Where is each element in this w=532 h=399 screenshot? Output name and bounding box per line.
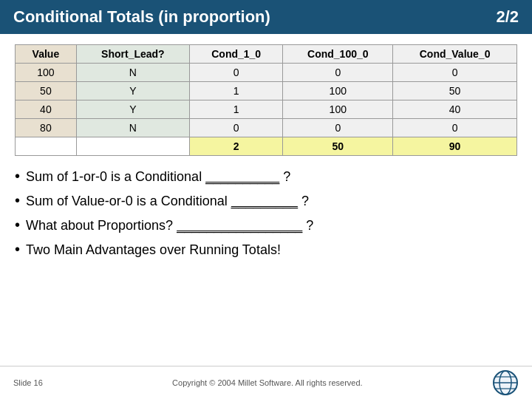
col-header-value: Value <box>16 45 77 64</box>
table-cell: 40 <box>393 100 517 119</box>
table-cell: 0 <box>393 64 517 82</box>
bullet-dot: • <box>15 241 20 258</box>
table-row: 80N000 <box>16 119 517 137</box>
globe-icon <box>492 369 519 396</box>
table-cell: 100 <box>283 82 393 100</box>
table-cell: 0 <box>190 119 283 137</box>
table-cell: N <box>76 64 189 82</box>
slide-page: 2/2 <box>496 7 519 27</box>
data-table-wrapper: Value Short_Lead? Cond_1_0 Cond_100_0 Co… <box>15 44 517 156</box>
table-cell: 0 <box>283 119 393 137</box>
table-total-cell: 2 <box>190 137 283 156</box>
bullet-text: What about Proportions? ________________… <box>26 218 313 233</box>
table-cell: Y <box>76 82 189 100</box>
table-row: 50Y110050 <box>16 82 517 100</box>
col-header-condval: Cond_Value_0 <box>393 45 517 64</box>
bullet-item: •What about Proportions? _______________… <box>15 216 517 233</box>
table-total-cell: 50 <box>283 137 393 156</box>
copyright-text: Copyright © 2004 Millet Software. All ri… <box>172 378 363 387</box>
bullet-text: Sum of Value-or-0 is a Conditional _____… <box>26 194 309 209</box>
table-cell-empty <box>76 137 189 156</box>
table-cell: 50 <box>393 82 517 100</box>
slide-title: Conditional Totals (in proportion) <box>13 7 270 27</box>
bullet-dot: • <box>15 168 20 185</box>
bullet-item: •Sum of 1-or-0 is a Conditional ________… <box>15 168 517 185</box>
bullet-item: •Sum of Value-or-0 is a Conditional ____… <box>15 192 517 209</box>
bullet-item: •Two Main Advantages over Running Totals… <box>15 241 517 258</box>
slide-header: Conditional Totals (in proportion) 2/2 <box>0 0 532 34</box>
table-cell: 50 <box>16 82 77 100</box>
blank-underline: _________________ <box>177 218 302 233</box>
table-total-cell: 90 <box>393 137 517 156</box>
table-cell: 1 <box>190 100 283 119</box>
bullet-dot: • <box>15 216 20 233</box>
table-cell: 0 <box>393 119 517 137</box>
col-header-cond100: Cond_100_0 <box>283 45 393 64</box>
table-cell: N <box>76 119 189 137</box>
slide-footer: Slide 16 Copyright © 2004 Millet Softwar… <box>0 366 532 399</box>
table-cell: Y <box>76 100 189 119</box>
table-cell: 0 <box>283 64 393 82</box>
slide-content: Value Short_Lead? Cond_1_0 Cond_100_0 Co… <box>0 34 532 276</box>
col-header-short-lead: Short_Lead? <box>76 45 189 64</box>
blank-underline: __________ <box>205 169 279 184</box>
table-total-row: 25090 <box>16 137 517 156</box>
table-cell: 100 <box>283 100 393 119</box>
bullet-list: •Sum of 1-or-0 is a Conditional ________… <box>15 168 517 258</box>
table-cell: 40 <box>16 100 77 119</box>
blank-underline: _________ <box>231 194 298 208</box>
table-cell-empty <box>16 137 77 156</box>
table-cell: 0 <box>190 64 283 82</box>
svg-point-5 <box>494 371 517 395</box>
table-row: 40Y110040 <box>16 100 517 119</box>
col-header-cond1: Cond_1_0 <box>190 45 283 64</box>
table-cell: 80 <box>16 119 77 137</box>
table-cell: 100 <box>16 64 77 82</box>
bullet-dot: • <box>15 192 20 209</box>
table-cell: 1 <box>190 82 283 100</box>
table-row: 100N000 <box>16 64 517 82</box>
data-table: Value Short_Lead? Cond_1_0 Cond_100_0 Co… <box>15 44 517 156</box>
bullet-text: Two Main Advantages over Running Totals! <box>26 242 281 258</box>
bullet-text: Sum of 1-or-0 is a Conditional _________… <box>26 169 290 185</box>
slide-number: Slide 16 <box>13 378 43 387</box>
